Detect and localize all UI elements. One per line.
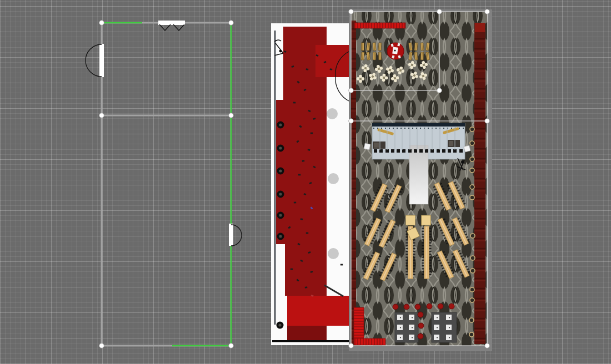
bar-stool[interactable] [378,52,382,60]
head-table-seat[interactable] [402,149,405,153]
corner-chair[interactable] [464,145,470,152]
door-left[interactable] [86,44,104,77]
stool-dot[interactable] [418,333,423,339]
selection-handle[interactable] [99,343,104,348]
bar-stool[interactable] [414,43,418,50]
selection-handle[interactable] [99,21,104,26]
left-room[interactable] [86,21,242,346]
bar-stool[interactable] [378,43,382,50]
wall-ring[interactable] [470,287,474,292]
spotlight[interactable] [277,168,284,175]
wall-ring[interactable] [469,318,474,322]
wall-ring[interactable] [470,298,474,302]
main-room[interactable] [349,9,492,351]
selection-handle[interactable] [437,9,442,14]
door-top[interactable] [158,21,185,31]
seat-cube[interactable] [446,325,452,330]
corner-chair[interactable] [364,143,370,150]
tufted-bench-horizontal[interactable] [354,338,385,345]
selection-handle[interactable] [485,343,490,348]
red-carpet-entry[interactable] [315,45,351,77]
seat-cube[interactable] [409,315,414,320]
selection-handle[interactable] [349,119,354,124]
seat-cube[interactable] [434,325,439,330]
lounge-circle[interactable] [327,108,338,119]
spotlight[interactable] [277,322,284,329]
spotlight[interactable] [277,212,284,219]
seat-cube[interactable] [446,315,452,320]
tufted-bench-vertical[interactable] [354,307,364,340]
backstage-left-wall[interactable] [274,31,276,325]
seat-cube[interactable] [397,325,403,330]
door-leaf[interactable] [158,21,185,25]
selection-handle[interactable] [437,88,442,93]
selection-handle[interactable] [99,113,104,118]
head-table-seat[interactable] [442,149,445,153]
spotlight[interactable] [277,122,284,129]
bar-stool[interactable] [420,43,424,50]
lounge-circle[interactable] [328,248,339,259]
seat-cube[interactable] [446,335,452,340]
bar-stool[interactable] [409,52,412,60]
head-square[interactable] [406,215,415,225]
stool-dot[interactable] [404,304,409,310]
bar-stool[interactable] [361,52,364,60]
banquette-left[interactable] [351,21,356,344]
stool-dot[interactable] [449,304,454,309]
bar-counter[interactable] [354,23,405,28]
seat-cube[interactable] [434,315,439,320]
selection-handle[interactable] [229,21,234,26]
wall-ring[interactable] [470,157,474,161]
bar-stool[interactable] [373,52,375,60]
head-table-seat[interactable] [448,149,451,153]
stage-red-dark[interactable] [287,326,327,341]
wall-ring[interactable] [470,269,475,273]
head-square[interactable] [422,215,431,225]
spotlight[interactable] [277,145,284,152]
runway[interactable] [409,145,428,204]
stool-dot[interactable] [438,304,443,309]
wall-ring[interactable] [470,256,475,260]
door-leaf[interactable] [99,44,104,77]
card-table[interactable] [387,43,404,59]
wall-ring[interactable] [469,332,474,337]
seat-cube[interactable] [409,325,414,330]
head-table-seat[interactable] [459,149,463,153]
selection-handle[interactable] [349,343,354,348]
seat-cube[interactable] [397,335,403,340]
head-table-seat[interactable] [414,149,417,153]
selection-handle[interactable] [485,119,490,124]
head-table-seat[interactable] [419,149,423,153]
stool-dot[interactable] [418,323,424,328]
head-table-seat[interactable] [397,149,400,153]
wall-ring[interactable] [470,127,474,132]
stool-dot[interactable] [393,304,398,310]
door-leaf[interactable] [229,224,233,246]
head-table-seat[interactable] [391,149,394,153]
selection-handle[interactable] [229,343,234,348]
wall-ring[interactable] [470,168,474,173]
seat-cube[interactable] [434,335,439,340]
stool-dot[interactable] [427,304,432,309]
selection-handle[interactable] [485,9,490,14]
door-right[interactable] [229,224,242,246]
bar-stool[interactable] [367,52,370,60]
seat-cube[interactable] [409,335,414,340]
plan-scene[interactable] [0,0,611,364]
bar-stool[interactable] [420,52,424,60]
bar-stool[interactable] [373,43,376,50]
head-table-seat[interactable] [437,149,440,153]
wall-ring[interactable] [470,234,475,238]
head-table-seat[interactable] [425,149,428,153]
spotlight[interactable] [277,191,284,198]
banquette-right[interactable] [474,23,485,344]
backstage-bottom-wall[interactable] [272,340,349,342]
head-table-seat[interactable] [374,149,377,153]
stool-dot[interactable] [418,312,423,317]
spotlight[interactable] [277,233,284,240]
lounge-circle[interactable] [328,173,339,184]
stage-red[interactable] [287,296,350,326]
stool-dot[interactable] [415,304,420,310]
selection-handle[interactable] [349,88,354,93]
seat-cube[interactable] [397,315,403,320]
